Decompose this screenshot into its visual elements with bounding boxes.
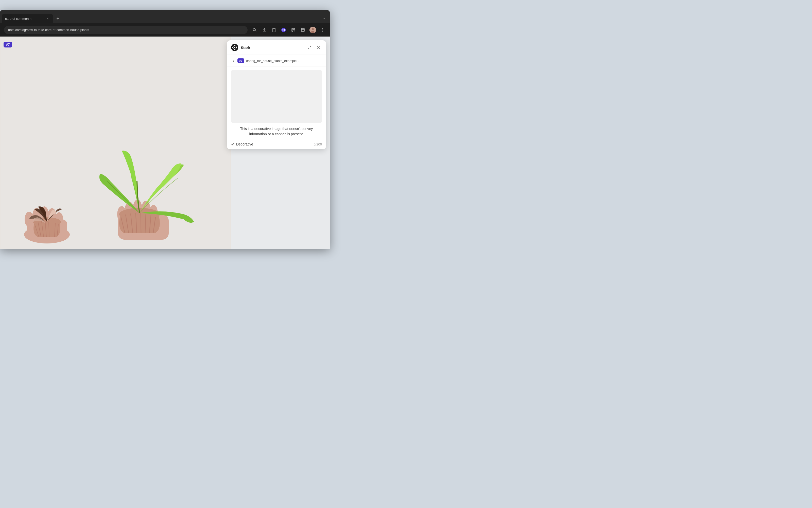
svg-rect-6 <box>293 29 295 30</box>
plant-image <box>0 37 231 249</box>
tab-dropdown-button[interactable]: ⌄ <box>320 14 328 21</box>
back-button[interactable]: ‹ <box>231 58 235 64</box>
stark-footer: Decorative 0/200 <box>227 139 326 149</box>
breadcrumb-filename: caring_for_house_plants_example... <box>246 59 299 63</box>
stark-logo <box>231 44 238 51</box>
stark-panel: Stark ‹ <box>227 40 326 149</box>
decorative-label: Decorative <box>236 142 253 146</box>
browser-tab[interactable]: care of common h ✕ <box>2 14 53 24</box>
search-icon[interactable] <box>252 27 258 33</box>
extensions-icon[interactable] <box>290 27 296 33</box>
tab-bar: care of common h ✕ + ⌄ <box>0 10 330 24</box>
issue-tag: #7 <box>237 58 244 63</box>
svg-point-15 <box>322 30 323 30</box>
svg-point-14 <box>322 28 323 29</box>
svg-rect-5 <box>292 29 293 30</box>
svg-line-45 <box>141 213 141 233</box>
layout-icon[interactable] <box>300 27 306 33</box>
decorative-check-area: Decorative <box>231 142 253 146</box>
address-bar: ants.co/blog/how-to-take-care-of-common-… <box>0 24 330 37</box>
user-avatar[interactable] <box>309 27 316 33</box>
svg-point-12 <box>312 28 314 30</box>
checkmark-icon <box>231 142 235 146</box>
plant-illustration <box>1 37 230 249</box>
stark-breadcrumb: ‹ #7 caring_for_house_plants_example... <box>227 55 326 67</box>
browser-window: care of common h ✕ + ⌄ ants.co/blog/how-… <box>0 10 330 249</box>
svg-point-0 <box>253 29 255 31</box>
bookmark-icon[interactable] <box>271 27 277 33</box>
page-content: #7 <box>0 37 330 249</box>
stark-image-preview <box>231 70 322 123</box>
svg-point-16 <box>322 31 323 32</box>
stark-description: This is a decorative image that doesn't … <box>227 126 326 139</box>
svg-line-1 <box>255 31 256 32</box>
stark-close-button[interactable] <box>315 44 322 51</box>
stark-panel-header: Stark <box>227 40 326 55</box>
stark-extension-icon[interactable] <box>281 27 287 33</box>
url-text: ants.co/blog/how-to-take-care-of-common-… <box>8 28 89 32</box>
svg-rect-7 <box>292 30 293 32</box>
svg-point-51 <box>234 47 235 48</box>
new-tab-button[interactable]: + <box>54 14 62 23</box>
url-input[interactable]: ants.co/blog/how-to-take-care-of-common-… <box>4 26 248 34</box>
issue-badge: #7 <box>4 42 12 47</box>
char-count: 0/200 <box>314 142 322 146</box>
stark-header-actions <box>306 44 322 51</box>
share-icon[interactable] <box>261 27 268 33</box>
stark-panel-title: Stark <box>241 45 250 50</box>
svg-point-4 <box>283 30 284 30</box>
tab-title: care of common h <box>5 17 32 20</box>
more-menu-icon[interactable] <box>320 27 326 33</box>
stark-expand-button[interactable] <box>306 44 313 51</box>
toolbar-icons <box>252 27 326 33</box>
tab-close-button[interactable]: ✕ <box>46 16 50 20</box>
